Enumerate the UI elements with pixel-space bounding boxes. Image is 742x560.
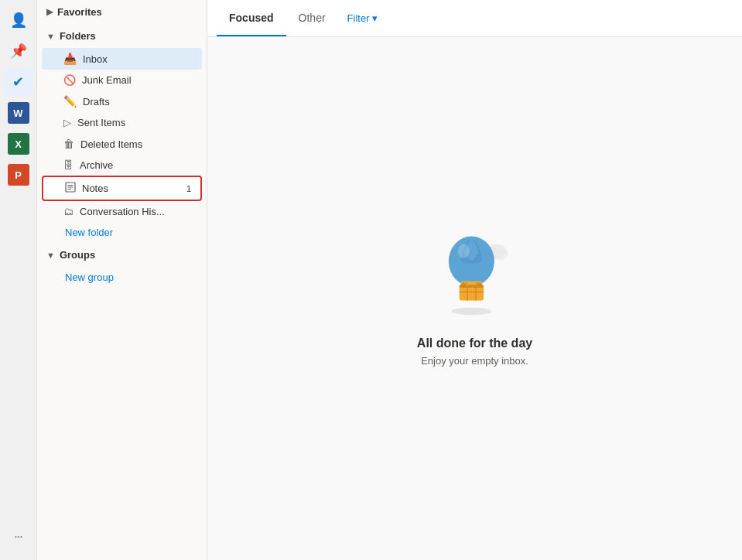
folder-notes-label: Notes xyxy=(82,183,180,194)
inbox-icon: 📥 xyxy=(63,53,77,65)
empty-state-title: All done for the day xyxy=(417,336,532,350)
groups-chevron: ▼ xyxy=(46,251,55,260)
groups-label: Groups xyxy=(60,249,95,261)
tab-other[interactable]: Other xyxy=(286,1,338,36)
email-list: All done for the day Enjoy your empty in… xyxy=(207,37,742,560)
folder-archive-label: Archive xyxy=(80,159,193,171)
more-icon[interactable]: ··· xyxy=(5,523,32,551)
favorites-label: Favorites xyxy=(57,6,102,18)
tab-focused[interactable]: Focused xyxy=(217,1,286,36)
folders-chevron: ▼ xyxy=(46,32,55,41)
word-icon[interactable]: W xyxy=(5,99,32,127)
folder-junk[interactable]: 🚫 Junk Email xyxy=(42,70,202,90)
junk-icon: 🚫 xyxy=(63,74,76,86)
folder-deleted[interactable]: 🗑 Deleted Items xyxy=(42,133,202,155)
archive-icon: 🗄 xyxy=(63,159,74,171)
people-icon[interactable]: 👤 xyxy=(5,6,32,34)
filter-button[interactable]: Filter ▾ xyxy=(347,12,378,24)
balloon-illustration xyxy=(429,231,521,324)
svg-point-19 xyxy=(451,307,491,314)
folder-sent[interactable]: ▷ Sent Items xyxy=(42,112,202,133)
svg-point-8 xyxy=(457,244,469,258)
folder-conversation-label: Conversation His... xyxy=(80,206,193,217)
ppt-icon[interactable]: P xyxy=(5,161,32,189)
folder-notes[interactable]: Notes 1 xyxy=(42,176,202,201)
folders-header[interactable]: ▼ Folders xyxy=(37,24,207,48)
app-bar: 👤 📌 ✔ W X P ··· xyxy=(0,0,37,560)
sent-icon: ▷ xyxy=(63,117,71,128)
check-icon[interactable]: ✔ xyxy=(5,68,32,96)
folder-conversation[interactable]: 🗂 Conversation His... xyxy=(42,201,202,222)
conversation-icon: 🗂 xyxy=(63,206,74,217)
filter-chevron-icon: ▾ xyxy=(372,12,378,24)
excel-icon[interactable]: X xyxy=(5,130,32,158)
notes-icon xyxy=(65,182,76,195)
folder-notes-badge: 1 xyxy=(186,184,191,193)
groups-header[interactable]: ▼ Groups xyxy=(37,243,207,267)
svg-rect-11 xyxy=(459,285,483,288)
folders-label: Folders xyxy=(60,30,96,42)
folder-drafts[interactable]: ✏️ Drafts xyxy=(42,90,202,112)
folder-inbox[interactable]: 📥 Inbox xyxy=(42,48,202,70)
empty-state-subtitle: Enjoy your empty inbox. xyxy=(421,355,528,367)
pin-icon[interactable]: 📌 xyxy=(5,37,32,65)
folder-archive[interactable]: 🗄 Archive xyxy=(42,155,202,176)
favorites-chevron: ▶ xyxy=(46,7,53,17)
favorites-header[interactable]: ▶ Favorites xyxy=(37,0,207,24)
folder-deleted-label: Deleted Items xyxy=(80,138,193,150)
main-content: Focused Other Filter ▾ xyxy=(207,0,742,560)
deleted-icon: 🗑 xyxy=(63,138,74,150)
sidebar: ▶ Favorites ▼ Folders 📥 Inbox 🚫 Junk Ema… xyxy=(37,0,207,560)
drafts-icon: ✏️ xyxy=(63,95,77,108)
folder-junk-label: Junk Email xyxy=(82,74,193,86)
folder-drafts-label: Drafts xyxy=(83,96,193,108)
new-group-link[interactable]: New group xyxy=(37,267,207,288)
new-folder-link[interactable]: New folder xyxy=(37,222,207,243)
tab-bar: Focused Other Filter ▾ xyxy=(207,0,742,37)
folder-inbox-label: Inbox xyxy=(83,53,193,65)
folder-sent-label: Sent Items xyxy=(77,117,193,128)
